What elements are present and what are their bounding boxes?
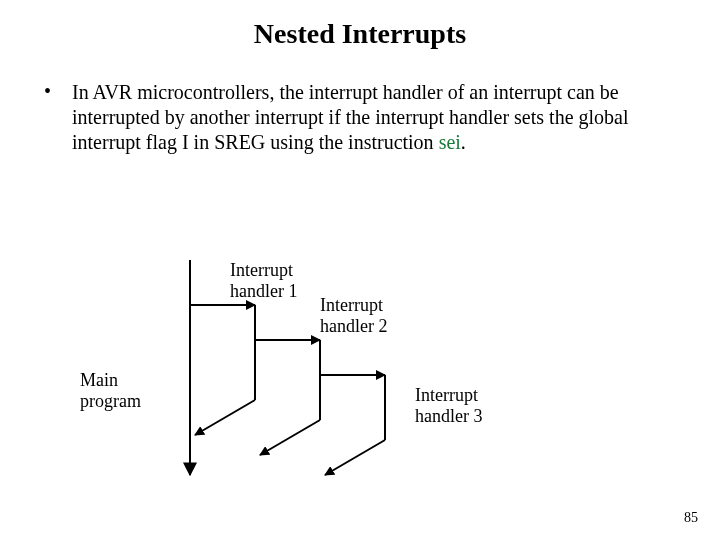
svg-line-3 [195,400,255,435]
bullet-text-pre: In AVR microcontrollers, the interrupt h… [72,81,629,153]
bullet-list: • In AVR microcontrollers, the interrupt… [40,80,680,155]
label-h2-l1: Interrupt [320,295,383,315]
svg-line-6 [260,420,320,455]
label-main-program: Main program [80,370,141,411]
label-handler-1: Interrupt handler 1 [230,260,297,301]
bullet-mark: • [40,80,72,155]
svg-line-9 [325,440,385,475]
slide-title: Nested Interrupts [0,18,720,50]
sei-keyword: sei [439,131,461,153]
label-h1-l1: Interrupt [230,260,293,280]
page-number: 85 [684,510,698,526]
bullet-text: In AVR microcontrollers, the interrupt h… [72,80,680,155]
bullet-item: • In AVR microcontrollers, the interrupt… [40,80,680,155]
label-h3-l2: handler 3 [415,406,482,426]
label-h1-l2: handler 1 [230,281,297,301]
label-handler-3: Interrupt handler 3 [415,385,482,426]
label-h3-l1: Interrupt [415,385,478,405]
label-h2-l2: handler 2 [320,316,387,336]
label-main-l1: Main [80,370,118,390]
label-handler-2: Interrupt handler 2 [320,295,387,336]
label-main-l2: program [80,391,141,411]
bullet-text-post: . [461,131,466,153]
nested-interrupt-diagram: Main program Interrupt handler 1 Interru… [80,260,640,490]
